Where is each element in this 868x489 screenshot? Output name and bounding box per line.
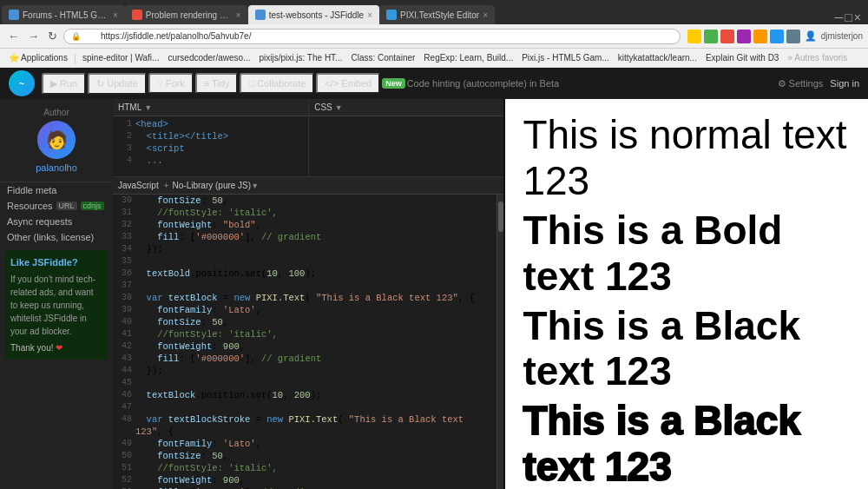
js-line-52: 52 fontWeight: 900, [113,474,496,486]
minimize-button[interactable]: ─ [834,10,843,24]
scrollbar-js[interactable] [496,195,503,489]
ext-icon-7[interactable] [786,30,800,43]
sidebar-item-async[interactable]: Async requests [0,214,113,229]
js-code-wrapper: 30 fontSize: 50, 31 //fontStyle: 'italic… [113,195,503,489]
css-panel-header[interactable]: CSS ▼ [309,99,503,116]
tidy-button[interactable]: ≡ Tidy [195,73,239,94]
tab-close-jsfiddle[interactable]: × [367,10,372,20]
settings-button[interactable]: ⚙ Settings [778,78,824,89]
address-bar[interactable]: 🔒 https://jsfiddle.net/palanolho/5ahvub7… [63,29,681,44]
preview-text-black: This is a Black text 123 [523,303,851,395]
maximize-button[interactable]: □ [845,10,852,24]
js-panel-container: JavaScript + No-Library (pure JS) ▼ 30 f… [113,177,503,489]
editors-preview-split: HTML ▼ 1 <head> 2 <title></ti [113,99,868,489]
sidebar-item-resources[interactable]: Resources URL cdnjs [0,198,113,214]
tab-problem[interactable]: Problem rendering web ... × [125,5,248,24]
js-line-30: 30 fontSize: 50, [113,195,496,207]
jsfiddle-logo[interactable]: ~ [9,70,35,96]
bk-regexp[interactable]: RegExp: Learn, Build... [420,52,516,63]
run-button[interactable]: ▶ Run [42,73,86,95]
extension-icons: 👤 djmisterjon [687,30,863,43]
js-line-45: 45 [113,377,496,389]
js-line-32: 32 fontWeight: "bold", [113,219,496,231]
tab-forums[interactable]: Forums - HTML5 Game ... × [2,5,125,24]
js-line-39: 39 fontFamily: 'Lato', [113,304,496,316]
profile-icon[interactable]: 👤 [805,30,817,42]
js-line-50: 50 fontSize: 50, [113,450,496,462]
html-line-4: 4 ... [113,155,308,167]
embed-button[interactable]: </> Embed [316,73,380,94]
author-section: Author 🧑 palanolho [0,99,113,182]
bk-spine[interactable]: spine-editor | Wafi... [79,52,162,63]
js-line-33: 33 fill: ['#000000'], // gradient [113,231,496,243]
collaborate-icon: □ [248,78,254,89]
author-name[interactable]: palanolho [7,162,106,173]
bk-cursed[interactable]: cursedcoder/aweso... [164,52,253,63]
bk-applications[interactable]: ⭐ Applications [5,52,71,63]
forward-button[interactable]: → [25,28,42,44]
back-button[interactable]: ← [5,28,22,44]
ext-icon-3[interactable] [720,30,734,43]
js-panel-header[interactable]: JavaScript + No-Library (pure JS) ▼ [113,177,503,195]
ad-block: Like JSFiddle? If you don't mind tech-re… [5,250,108,360]
preview-panel: This is normal text 123 This is a Bold t… [505,99,868,489]
new-badge: New [382,78,405,89]
tab-label-forums: Forums - HTML5 Game ... [23,10,109,20]
update-icon: ↻ [96,78,104,89]
tab-close-pixi[interactable]: × [483,10,488,20]
js-code-area[interactable]: 30 fontSize: 50, 31 //fontStyle: 'italic… [113,195,496,489]
tab-label-jsfiddle: test-websonts - JSFiddle [269,10,365,20]
js-line-49: 49 fontFamily: 'Lato', [113,438,496,450]
sidebar-item-other[interactable]: Other (links, license) [0,229,113,245]
close-window-button[interactable]: × [854,10,861,24]
js-line-35: 35 [113,255,496,268]
sidebar: Author 🧑 palanolho Fiddle meta Resources… [0,99,113,489]
bk-pixijs[interactable]: pixijs/pixi.js: The HT... [255,52,345,63]
bk-pixi-game[interactable]: Pixi.js - HTML5 Gam... [518,52,613,63]
fork-button[interactable]: ⑂ Fork [148,73,194,94]
js-line-44: 44 }); [113,365,496,377]
tab-bar: Forums - HTML5 Game ... × Problem render… [0,0,868,24]
js-line-51: 51 //fontStyle: 'italic', [113,462,496,474]
collaborate-button[interactable]: □ Collaborate [240,73,314,94]
js-line-47: 47 [113,401,496,413]
tab-label-pixi: PIXI.TextStyle Editor [400,10,479,20]
js-line-43: 43 fill: ['#000000'], // gradient [113,353,496,365]
bookmarks-more[interactable]: » Autres favoris [787,53,847,63]
resources-url-badge: URL [56,202,77,210]
ext-icon-5[interactable] [753,30,767,43]
preview-text-bold: This is a Bold text 123 [523,208,851,300]
bk-class[interactable]: Class: Container [347,52,418,63]
tab-favicon-forums [9,10,19,20]
tab-jsfiddle[interactable]: test-websonts - JSFiddle × [248,5,379,24]
tab-close-forums[interactable]: × [113,10,118,20]
html-line-3: 3 <script [113,142,308,155]
bk-explain-git[interactable]: Explain Git with D3 [702,52,782,63]
signin-button[interactable]: Sign in [830,78,859,89]
js-line-31: 31 //fontStyle: 'italic', [113,207,496,219]
bk-kitty[interactable]: kittykatattack/learn... [615,52,700,63]
scrollbar-thumb-js[interactable] [498,202,503,232]
run-icon: ▶ [50,78,57,89]
reload-button[interactable]: ↻ [45,28,60,44]
ext-icon-2[interactable] [704,30,718,43]
app-container: Forums - HTML5 Game ... × Problem render… [0,0,868,489]
js-framework[interactable]: No-Library (pure JS) [173,181,252,190]
js-line-41: 41 //fontStyle: 'italic', [113,328,496,340]
js-line-38: 38 var textBlock = new PIXI.Text( "This … [113,292,496,304]
html-panel-header[interactable]: HTML ▼ [113,99,308,116]
update-button[interactable]: ↻ Update [88,73,146,95]
ext-icon-4[interactable] [737,30,751,43]
framework-dropdown-arrow[interactable]: ▼ [251,182,259,190]
profile-name: djmisterjon [821,31,863,41]
main-content: Author 🧑 palanolho Fiddle meta Resources… [0,99,868,489]
editors-column: HTML ▼ 1 <head> 2 <title></ti [113,99,868,489]
html-code-area[interactable]: 1 <head> 2 <title></title> 3 <script [113,116,308,176]
tab-pixi[interactable]: PIXI.TextStyle Editor × [379,5,495,24]
ext-icon-1[interactable] [687,30,701,43]
css-code-area[interactable] [309,116,503,176]
ad-title: Like JSFiddle? [10,255,102,270]
tab-close-problem[interactable]: × [236,10,241,20]
sidebar-item-fiddle-meta[interactable]: Fiddle meta [0,182,113,198]
ext-icon-6[interactable] [770,30,784,43]
